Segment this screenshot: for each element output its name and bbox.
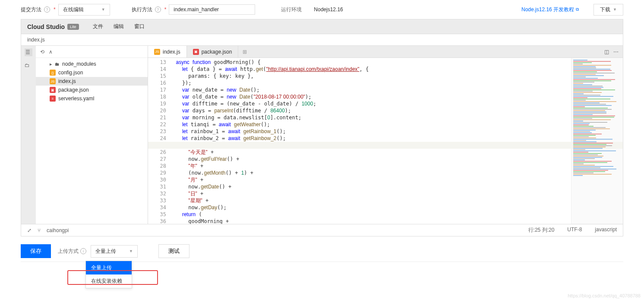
outline-icon[interactable]: ☰ (25, 48, 32, 56)
editor-content[interactable]: 1314151617181920212223242526272829303132… (148, 58, 623, 224)
tree-label: config.json (58, 70, 83, 76)
activity-bar: ☰ 🗀 (21, 46, 36, 224)
upload-method-label: 上传方式 i (58, 248, 86, 255)
exec-method-label: 执行方法 (132, 6, 152, 13)
file-tree: ▸🖿node_modules{}config.jsonJSindex.js▣pa… (36, 58, 148, 224)
menu-window[interactable]: 窗口 (129, 23, 150, 30)
submit-method-label: 提交方法 (21, 6, 41, 13)
submit-method-value: 在线编辑 (63, 6, 84, 13)
minimap[interactable] (571, 58, 623, 224)
json-file-icon: {} (50, 70, 56, 76)
menu-edit[interactable]: 编辑 (108, 23, 129, 30)
runtime-value: Nodejs12.16 (314, 6, 343, 13)
language-mode[interactable]: javascript (595, 227, 617, 234)
help-icon[interactable]: i (80, 248, 86, 254)
save-button[interactable]: 保存 (21, 244, 51, 258)
js-file-icon: JS (50, 78, 56, 84)
dropdown-item-install-deps[interactable]: 在线安装依赖 (86, 274, 132, 288)
file-explorer: ⟲ ∧ ▸🖿node_modules{}config.jsonJSindex.j… (36, 46, 148, 224)
tree-item-serverless-yaml[interactable]: ≡serverless.yaml (36, 94, 148, 103)
code-area[interactable]: async function goodMorning() { let { dat… (170, 58, 571, 224)
sidebar-toolbar: ⟲ ∧ (36, 46, 148, 58)
download-button[interactable]: 下载 ▼ (593, 4, 623, 16)
pkg-file-icon: ▣ (50, 87, 56, 93)
editor-area: JSindex.js▣package.json⊞◫⋯ 1314151617181… (148, 46, 623, 224)
refresh-icon[interactable]: ⟲ (40, 49, 44, 55)
help-icon[interactable]: ? (155, 6, 161, 13)
ide-area: ☰ 🗀 ⟲ ∧ ▸🖿node_modules{}config.jsonJSind… (21, 45, 623, 224)
upload-method-dropdown[interactable]: 全量上传 ▼ (91, 245, 138, 258)
project-name: caihongpi (47, 227, 69, 233)
tree-item-package-json[interactable]: ▣package.json (36, 86, 148, 94)
required-mark: * (54, 6, 56, 13)
bottom-actions: 保存 上传方式 i 全量上传 ▼ 测试 全量上传 在线安装依赖 (0, 236, 644, 262)
line-gutter: 1314151617181920212223242526272829303132… (148, 58, 170, 224)
files-icon[interactable]: 🗀 (25, 62, 32, 70)
external-link-icon: ⧉ (576, 7, 579, 12)
split-editor-icon[interactable]: ◫ (604, 49, 609, 55)
yaml-file-icon: ≡ (50, 96, 56, 102)
submit-method-dropdown[interactable]: 在线编辑 ▼ (58, 4, 110, 16)
tree-item-node_modules[interactable]: ▸🖿node_modules (36, 60, 148, 68)
more-icon[interactable]: ⋯ (613, 49, 619, 55)
tree-item-index-js[interactable]: JSindex.js (36, 77, 148, 86)
encoding[interactable]: UTF-8 (567, 227, 582, 234)
pkg-file-icon: ▣ (193, 49, 199, 55)
tab-bar: JSindex.js▣package.json⊞◫⋯ (148, 46, 623, 58)
expand-icon[interactable]: ⤢ (27, 227, 32, 233)
folder-icon: 🖿 (55, 61, 60, 67)
tree-label: serverless.yaml (58, 96, 94, 102)
branch-icon: ⑂ (38, 227, 41, 233)
logo: Cloud Studio (27, 23, 65, 30)
tab-label: package.json (202, 49, 232, 55)
add-tab-button[interactable]: ⊞ (238, 46, 251, 57)
required-mark: * (164, 6, 167, 13)
tree-label: package.json (58, 87, 89, 93)
tutorial-link[interactable]: Node.js12.16 开发教程 ⧉ (521, 6, 579, 13)
test-button[interactable]: 测试 (158, 244, 189, 258)
chevron-down-icon: ▼ (129, 249, 133, 253)
js-file-icon: JS (154, 49, 160, 55)
watermark: https://blog.csdn.net/qq_40788788 (568, 293, 641, 298)
top-bar: 提交方法 ? * 在线编辑 ▼ 执行方法 ? * index.main_hand… (0, 0, 644, 19)
tab-package-json[interactable]: ▣package.json (187, 46, 239, 57)
cursor-position[interactable]: 行:25 列:20 (528, 227, 555, 234)
chevron-right-icon: ▸ (50, 61, 52, 67)
tree-label: index.js (58, 78, 76, 84)
menu-bar: Cloud Studio Lite 文件 编辑 窗口 (21, 19, 623, 34)
menu-file[interactable]: 文件 (88, 23, 108, 30)
collapse-icon[interactable]: ∧ (49, 49, 53, 55)
tab-index-js[interactable]: JSindex.js (148, 46, 187, 57)
dropdown-item-full-upload[interactable]: 全量上传 (86, 261, 132, 274)
lite-badge: Lite (67, 24, 79, 30)
help-icon[interactable]: ? (44, 6, 50, 13)
exec-method-input[interactable]: index.main_handler (169, 4, 255, 15)
upload-dropdown-menu: 全量上传 在线安装依赖 (85, 261, 132, 288)
breadcrumb: index.js (21, 34, 623, 45)
chevron-down-icon: ▼ (613, 7, 617, 12)
tab-label: index.js (163, 49, 180, 55)
chevron-down-icon: ▼ (101, 7, 105, 12)
tree-label: node_modules (62, 61, 96, 67)
tree-item-config-json[interactable]: {}config.json (36, 68, 148, 77)
runtime-label: 运行环境 (281, 6, 302, 13)
status-bar: ⤢ ⑂ caihongpi 行:25 列:20 UTF-8 javascript (21, 224, 623, 236)
